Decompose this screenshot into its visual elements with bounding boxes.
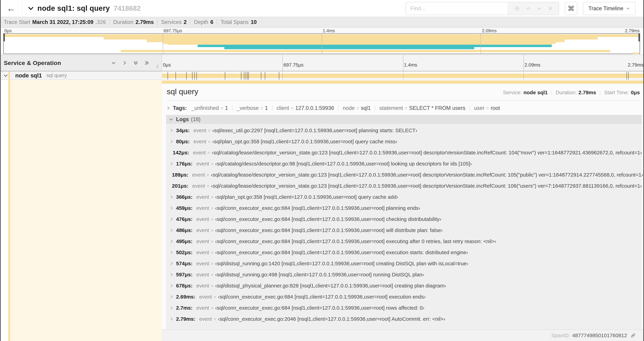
deep-link-icon[interactable] — [630, 332, 636, 338]
log-equals: = — [206, 172, 209, 178]
span-color-stripe — [8, 80, 10, 341]
tags-toggle-row[interactable]: Tags: _unfinished=1_verbose=1client=127.… — [166, 103, 640, 113]
expand-one-chevron-right-icon[interactable] — [122, 60, 127, 66]
chevron-right-icon — [170, 228, 174, 232]
trace-meta-item: Duration2.79ms — [113, 19, 154, 25]
keyboard-shortcuts-button[interactable]: ⌘ — [565, 2, 577, 15]
t-eq: = — [405, 106, 408, 111]
tick-label: 697.75μs — [164, 28, 182, 34]
log-equals: = — [211, 217, 213, 222]
t-val: sql1 — [361, 105, 371, 111]
log-field: event — [196, 205, 209, 211]
find-box — [406, 2, 559, 15]
logs-toggle-row[interactable]: Logs (18) — [166, 115, 642, 124]
minimap-span-bar — [121, 50, 610, 52]
log-entry[interactable]: 366μs: event = ‹sql/plan_opt.go:358 [nsq… — [166, 191, 642, 203]
collapse-one-chevron-down-icon[interactable] — [111, 60, 116, 66]
log-entry[interactable]: 597μs: event = ‹sql/distsql_running.go:4… — [166, 269, 642, 280]
log-field: event — [196, 272, 209, 278]
log-entry[interactable]: 34μs: event = ‹sql/exec_util.go:2297 [ns… — [166, 125, 642, 136]
find-input[interactable] — [406, 2, 508, 15]
log-value: ‹sql/conn_executor_exec.go:684 [nsql1,cl… — [215, 249, 468, 255]
back-button[interactable]: ← — [0, 0, 22, 17]
top-bar: ← node sql1: sql query 7418682 — [0, 0, 644, 17]
chevron-right-icon — [170, 206, 174, 210]
log-entry[interactable]: 502μs: event = ‹sql/conn_executor_exec.g… — [166, 247, 642, 258]
m-suffix: .326 — [96, 19, 106, 25]
detail-left-highlight — [10, 80, 162, 341]
prev-result-chevron-up-icon[interactable] — [526, 6, 531, 11]
log-equals: = — [211, 272, 213, 277]
log-marker — [168, 72, 168, 80]
gridline — [403, 71, 403, 80]
tick-label: 2.79ms — [625, 28, 640, 34]
log-value: ‹sql/catalog/lease/descriptor_version_st… — [211, 183, 642, 189]
minimap-canvas[interactable] — [3, 33, 640, 54]
trace-minimap: 0μs697.75μs1.4ms2.09ms2.79ms — [0, 28, 644, 55]
log-entry[interactable]: 476μs: event = ‹sql/conn_executor_exec.g… — [166, 214, 642, 225]
log-entry[interactable]: 486μs: event = ‹sql/conn_executor_exec.g… — [166, 225, 642, 236]
collapse-all-double-chevron-down-icon[interactable] — [133, 60, 138, 66]
trace-meta-item: Total Spans10 — [220, 19, 256, 25]
trace-meta-bar: Trace StartMarch 31 2022, 17:25:09.326Du… — [0, 17, 644, 28]
chevron-right-icon — [170, 217, 174, 221]
logs-block: Logs (18) 34μs: event = ‹sql/exec_util.g… — [166, 115, 642, 339]
t-val: 1 — [265, 105, 268, 111]
column-splitter-handle[interactable]: ‖ — [156, 64, 158, 70]
divider — [272, 105, 272, 111]
timeline-header: Service & Operation ‖ 0μs697.75μs1.4ms2.… — [0, 55, 644, 71]
log-marker — [279, 72, 279, 80]
log-entry[interactable]: 459μs: event = ‹sql/conn_executor_exec.g… — [166, 203, 642, 214]
log-entry[interactable]: 2.79ms: event = ‹sql/conn_executor_exec.… — [166, 313, 642, 324]
chevron-right-icon — [170, 284, 174, 288]
log-entry[interactable]: 2.69ms: event = ‹sql/conn_executor_exec.… — [166, 291, 642, 302]
span-row[interactable]: node sql1 sql query — [0, 71, 644, 80]
log-value: ‹sql/distsql_running.go:498 [nsql1,clien… — [215, 272, 424, 278]
log-equals: = — [211, 205, 213, 211]
log-entry[interactable]: 574μs: event = ‹sql/distsql_running.go:1… — [166, 258, 642, 269]
collapse-trace-chevron-down-icon[interactable] — [27, 5, 34, 12]
chevron-right-icon — [170, 306, 174, 310]
tags-label: Tags: — [173, 105, 187, 111]
log-field: event — [193, 128, 206, 133]
divider — [470, 105, 470, 111]
service-operation-header: Service & Operation ‖ — [0, 55, 162, 71]
log-value: ‹sql/catalog/lease/descriptor_version_st… — [211, 172, 643, 178]
divider — [375, 105, 375, 111]
log-entry[interactable]: 189μs: event = ‹sql/catalog/lease/descri… — [166, 169, 642, 180]
log-time: 678μs: — [176, 283, 192, 289]
gridline — [282, 71, 283, 80]
expand-all-double-chevron-right-icon[interactable] — [144, 60, 150, 66]
log-entry[interactable]: 495μs: event = ‹sql/conn_executor_exec.g… — [166, 236, 642, 247]
log-time: 176μs: — [176, 161, 192, 167]
log-entry[interactable]: 142μs: event = ‹sql/catalog/lease/descri… — [166, 147, 642, 158]
minimap-left-drag-handle[interactable] — [3, 34, 5, 42]
log-field: event — [196, 227, 209, 233]
view-selector-dropdown[interactable]: Trace Timeline — [583, 2, 636, 15]
start-time-label: Start Time: — [604, 90, 629, 96]
log-entry[interactable]: 80μs: event = ‹sql/plan_opt.go:358 [nsql… — [166, 136, 642, 147]
minimap-right-drag-handle[interactable] — [638, 34, 640, 42]
log-entry[interactable]: 176μs: event = ‹sql/catalog/descs/descri… — [166, 158, 642, 169]
m-label: Total Spans — [220, 19, 248, 25]
t-key: _unfinished — [191, 105, 219, 111]
m-label: Duration — [113, 19, 134, 25]
log-value: ‹sql/distsql_physical_planner.go:828 [ns… — [215, 283, 446, 289]
log-entry[interactable]: 201μs: event = ‹sql/catalog/lease/descri… — [166, 180, 642, 191]
log-field: event — [199, 316, 212, 322]
log-entry[interactable]: 2.7ms: event = ‹sql/conn_executor_exec.g… — [166, 302, 642, 313]
clear-search-icon[interactable] — [548, 6, 553, 11]
log-equals: = — [214, 294, 216, 299]
gridline — [282, 55, 283, 71]
collapse-span-chevron-down-icon[interactable] — [3, 73, 8, 78]
locate-icon[interactable] — [514, 6, 520, 11]
next-result-chevron-down-icon[interactable] — [537, 6, 542, 11]
log-equals: = — [211, 283, 213, 288]
span-color-stripe — [8, 71, 10, 80]
log-marker — [246, 72, 246, 80]
log-equals: = — [211, 161, 213, 167]
log-equals: = — [211, 305, 213, 311]
log-entry[interactable]: 678μs: event = ‹sql/distsql_physical_pla… — [166, 280, 642, 291]
m-value: 10 — [251, 19, 256, 25]
log-time: 80μs: — [176, 139, 190, 145]
